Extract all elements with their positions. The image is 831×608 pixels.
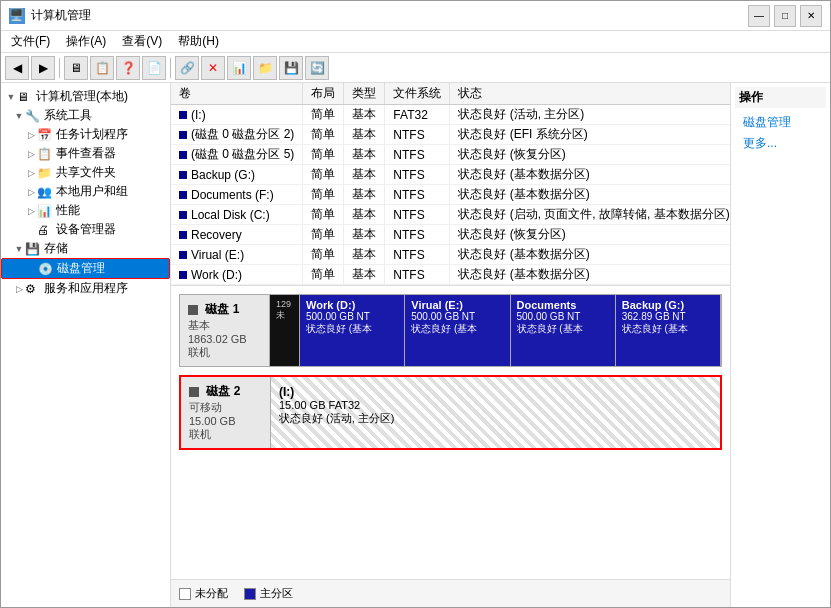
tools-icon: 🔧 (25, 109, 41, 123)
disk1-part-1[interactable]: 129 未 (270, 295, 300, 366)
table-row[interactable]: Backup (G:)简单基本NTFS状态良好 (基本数据分区) (171, 165, 730, 185)
type-cell: 基本 (344, 105, 385, 125)
title-bar-left: 🖥️ 计算机管理 (9, 7, 91, 24)
table-row[interactable]: Virual (E:)简单基本NTFS状态良好 (基本数据分区) (171, 245, 730, 265)
col-vol: 卷 (171, 83, 303, 105)
toolbar-separator-1 (59, 58, 60, 78)
device-icon: 🖨 (37, 223, 53, 237)
main-content: ▼ 🖥 计算机管理(本地) ▼ 🔧 系统工具 ▷ 📅 任务计划程序 ▷ 📋 事件… (1, 83, 830, 607)
toolbar-btn-4[interactable]: 📄 (142, 56, 166, 80)
vol-cell: (磁盘 0 磁盘分区 5) (171, 145, 303, 165)
disk1-part-5[interactable]: Backup (G:) 362.89 GB NT 状态良好 (基本 (616, 295, 721, 366)
disk2-part-1[interactable]: (I:) 15.00 GB FAT32 状态良好 (活动, 主分区) (271, 377, 720, 448)
table-row[interactable]: Local Disk (C:)简单基本NTFS状态良好 (启动, 页面文件, 故… (171, 205, 730, 225)
back-button[interactable]: ◀ (5, 56, 29, 80)
layout-cell: 简单 (303, 185, 344, 205)
type-cell: 基本 (344, 125, 385, 145)
expand-icon-perf: ▷ (25, 206, 37, 216)
disk1-part-4[interactable]: Documents 500.00 GB NT 状态良好 (基本 (511, 295, 616, 366)
tree-perf-label: 性能 (56, 202, 80, 219)
maximize-button[interactable]: □ (774, 5, 796, 27)
col-status: 状态 (450, 83, 730, 105)
tree-disk-mgmt[interactable]: 💿 磁盘管理 (1, 258, 170, 279)
toolbar-btn-6[interactable]: 📊 (227, 56, 251, 80)
actions-disk-mgmt[interactable]: 磁盘管理 (735, 112, 826, 133)
table-row[interactable]: Documents (F:)简单基本NTFS状态良好 (基本数据分区) (171, 185, 730, 205)
fs-cell: NTFS (385, 265, 450, 285)
menu-file[interactable]: 文件(F) (5, 32, 56, 51)
layout-cell: 简单 (303, 105, 344, 125)
fs-cell: NTFS (385, 125, 450, 145)
tree-device-manager[interactable]: 🖨 设备管理器 (1, 220, 170, 239)
minimize-button[interactable]: — (748, 5, 770, 27)
toolbar-btn-5[interactable]: 🔗 (175, 56, 199, 80)
tree-services[interactable]: ▷ ⚙ 服务和应用程序 (1, 279, 170, 298)
tree-local-users[interactable]: ▷ 👥 本地用户和组 (1, 182, 170, 201)
forward-button[interactable]: ▶ (31, 56, 55, 80)
disk1-type: 基本 (188, 318, 261, 333)
actions-title: 操作 (735, 87, 826, 108)
toolbar-btn-8[interactable]: 💾 (279, 56, 303, 80)
disk1-status: 联机 (188, 345, 261, 360)
actions-more[interactable]: 更多... (735, 133, 826, 154)
disk2-row: 磁盘 2 可移动 15.00 GB 联机 (I:) 15.00 GB FAT32… (179, 375, 722, 450)
disk1-part-3[interactable]: Virual (E:) 500.00 GB NT 状态良好 (基本 (405, 295, 510, 366)
disk2-title: 磁盘 2 (189, 383, 262, 400)
expand-icon-storage: ▼ (13, 244, 25, 254)
vol-cell: Local Disk (C:) (171, 205, 303, 225)
disk1-row: 磁盘 1 基本 1863.02 GB 联机 129 未 (179, 294, 722, 367)
legend: 未分配 主分区 (171, 579, 730, 607)
toolbar-btn-7[interactable]: 📁 (253, 56, 277, 80)
type-cell: 基本 (344, 265, 385, 285)
status-cell: 状态良好 (基本数据分区) (450, 165, 730, 185)
tree-storage[interactable]: ▼ 💾 存储 (1, 239, 170, 258)
menu-help[interactable]: 帮助(H) (172, 32, 225, 51)
window-title: 计算机管理 (31, 7, 91, 24)
status-cell: 状态良好 (启动, 页面文件, 故障转储, 基本数据分区) (450, 205, 730, 225)
table-row[interactable]: (磁盘 0 磁盘分区 2)简单基本NTFS状态良好 (EFI 系统分区) (171, 125, 730, 145)
legend-primary: 主分区 (244, 586, 293, 601)
shared-icon: 📁 (37, 166, 53, 180)
menu-action[interactable]: 操作(A) (60, 32, 112, 51)
tree-services-label: 服务和应用程序 (44, 280, 128, 297)
tree-task-scheduler[interactable]: ▷ 📅 任务计划程序 (1, 125, 170, 144)
expand-icon-tools: ▼ (13, 111, 25, 121)
tree-device-label: 设备管理器 (56, 221, 116, 238)
services-icon: ⚙ (25, 282, 41, 296)
table-row[interactable]: (I:)简单基本FAT32状态良好 (活动, 主分区) (171, 105, 730, 125)
disk-view: 磁盘 1 基本 1863.02 GB 联机 129 未 (171, 286, 730, 579)
tree-shared-label: 共享文件夹 (56, 164, 116, 181)
disk1-partitions: 129 未 Work (D:) 500.00 GB NT 状态良好 (基本 Vi… (270, 295, 721, 366)
perf-icon: 📊 (37, 204, 53, 218)
menu-view[interactable]: 查看(V) (116, 32, 168, 51)
tree-root[interactable]: ▼ 🖥 计算机管理(本地) (1, 87, 170, 106)
fs-cell: NTFS (385, 165, 450, 185)
legend-primary-box (244, 588, 256, 600)
status-cell: 状态良好 (EFI 系统分区) (450, 125, 730, 145)
disk1-part-2[interactable]: Work (D:) 500.00 GB NT 状态良好 (基本 (300, 295, 405, 366)
toolbar-btn-3[interactable]: ❓ (116, 56, 140, 80)
title-controls: — □ ✕ (748, 5, 822, 27)
tree-root-label: 计算机管理(本地) (36, 88, 128, 105)
toolbar-btn-9[interactable]: 🔄 (305, 56, 329, 80)
left-panel: ▼ 🖥 计算机管理(本地) ▼ 🔧 系统工具 ▷ 📅 任务计划程序 ▷ 📋 事件… (1, 83, 171, 607)
type-cell: 基本 (344, 145, 385, 165)
tree-shared-folders[interactable]: ▷ 📁 共享文件夹 (1, 163, 170, 182)
table-row[interactable]: Recovery简单基本NTFS状态良好 (恢复分区) (171, 225, 730, 245)
toolbar: ◀ ▶ 🖥 📋 ❓ 📄 🔗 ✕ 📊 📁 💾 🔄 (1, 53, 830, 83)
vol-cell: Backup (G:) (171, 165, 303, 185)
layout-cell: 简单 (303, 165, 344, 185)
toolbar-btn-1[interactable]: 🖥 (64, 56, 88, 80)
tree-system-tools[interactable]: ▼ 🔧 系统工具 (1, 106, 170, 125)
toolbar-btn-2[interactable]: 📋 (90, 56, 114, 80)
col-type: 类型 (344, 83, 385, 105)
tree-performance[interactable]: ▷ 📊 性能 (1, 201, 170, 220)
table-row[interactable]: (磁盘 0 磁盘分区 5)简单基本NTFS状态良好 (恢复分区) (171, 145, 730, 165)
toolbar-btn-delete[interactable]: ✕ (201, 56, 225, 80)
tree-event-viewer[interactable]: ▷ 📋 事件查看器 (1, 144, 170, 163)
storage-icon: 💾 (25, 242, 41, 256)
table-row[interactable]: Work (D:)简单基本NTFS状态良好 (基本数据分区) (171, 265, 730, 285)
expand-icon-root: ▼ (5, 92, 17, 102)
close-button[interactable]: ✕ (800, 5, 822, 27)
computer-icon: 🖥 (17, 90, 33, 104)
